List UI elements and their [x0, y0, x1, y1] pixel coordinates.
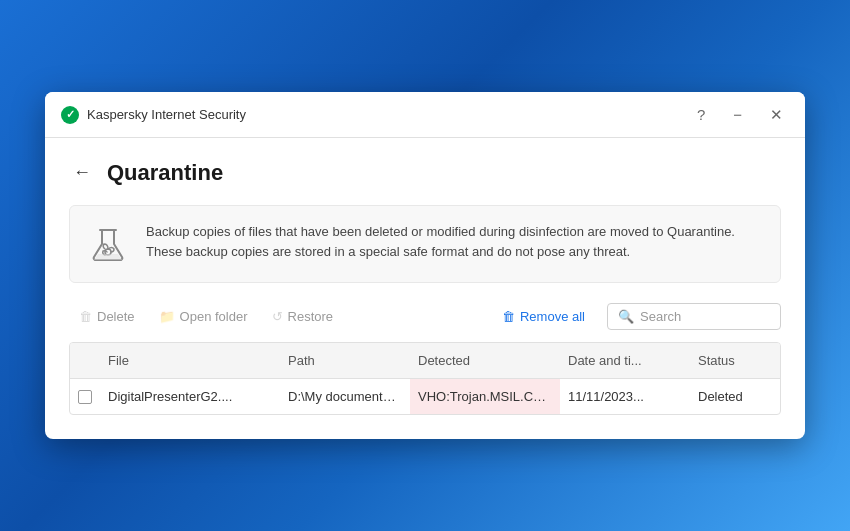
delete-icon: 🗑 — [79, 309, 92, 324]
title-bar-controls: ? − ✕ — [691, 105, 789, 124]
delete-button[interactable]: 🗑 Delete — [69, 303, 145, 330]
toolbar: 🗑 Delete 📁 Open folder ↺ Restore 🗑 Remov… — [69, 303, 781, 330]
row-detected: VHO:Trojan.MSIL.Convagent.gen — [410, 379, 560, 414]
info-box: Backup copies of files that have been de… — [69, 205, 781, 283]
row-checkbox[interactable] — [78, 390, 92, 404]
page-header: ← Quarantine — [69, 158, 781, 187]
col-file: File — [100, 343, 280, 378]
remove-all-icon: 🗑 — [502, 309, 515, 324]
help-button[interactable]: ? — [691, 105, 711, 124]
row-date: 11/11/2023... — [560, 379, 690, 414]
col-checkbox — [70, 343, 100, 378]
title-bar-left: ✓ Kaspersky Internet Security — [61, 106, 246, 124]
page-title: Quarantine — [107, 160, 223, 186]
restore-button[interactable]: ↺ Restore — [262, 303, 344, 330]
open-folder-button[interactable]: 📁 Open folder — [149, 303, 258, 330]
row-status: Deleted — [690, 379, 780, 414]
info-text: Backup copies of files that have been de… — [146, 222, 735, 261]
restore-icon: ↺ — [272, 309, 283, 324]
col-status: Status — [690, 343, 780, 378]
remove-all-button[interactable]: 🗑 Remove all — [492, 303, 595, 330]
row-checkbox-cell[interactable] — [70, 380, 100, 414]
flask-icon — [86, 222, 130, 266]
window-title: Kaspersky Internet Security — [87, 107, 246, 122]
main-content: ← Quarantine — [45, 138, 805, 439]
close-button[interactable]: ✕ — [764, 105, 789, 124]
folder-icon: 📁 — [159, 309, 175, 324]
back-button[interactable]: ← — [69, 158, 95, 187]
kaspersky-logo: ✓ — [61, 106, 79, 124]
table-row: DigitalPresenterG2.... D:\My documents\.… — [70, 379, 780, 414]
col-path: Path — [280, 343, 410, 378]
application-window: ✓ Kaspersky Internet Security ? − ✕ ← Qu… — [45, 92, 805, 439]
col-date: Date and ti... — [560, 343, 690, 378]
minimize-button[interactable]: − — [727, 105, 748, 124]
quarantine-table: File Path Detected Date and ti... Status… — [69, 342, 781, 415]
search-input[interactable] — [640, 309, 770, 324]
search-icon: 🔍 — [618, 309, 634, 324]
search-box: 🔍 — [607, 303, 781, 330]
col-detected: Detected — [410, 343, 560, 378]
table-header: File Path Detected Date and ti... Status — [70, 343, 780, 379]
row-file: DigitalPresenterG2.... — [100, 379, 280, 414]
title-bar: ✓ Kaspersky Internet Security ? − ✕ — [45, 92, 805, 138]
row-path: D:\My documents\... — [280, 379, 410, 414]
